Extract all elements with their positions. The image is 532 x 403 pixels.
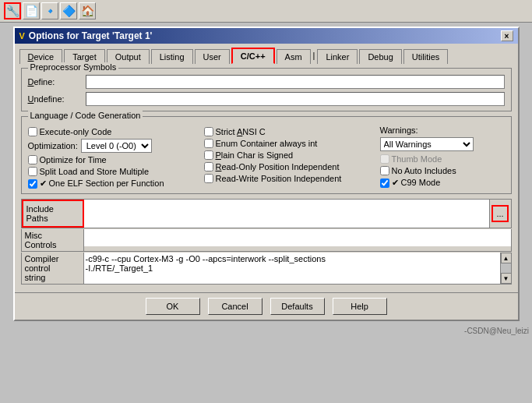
execute-only-cb[interactable] — [28, 127, 37, 136]
misc-controls-section: MiscControls — [21, 229, 512, 252]
read-only-pos-label: Read-Only Position Independent — [216, 162, 340, 171]
optimization-label: Optimization: — [28, 141, 78, 150]
plain-char-label: Plain Char is Signed — [216, 150, 294, 160]
misc-controls-label-text: MiscControls — [25, 231, 57, 249]
compiler-control-text: -c99-c --cpu Cortex-M3 -g -O0 --apcs=int… — [84, 253, 511, 284]
no-auto-includes-row: No Auto Includes — [380, 166, 505, 175]
lang-middle: Strict ANSI C Enum Container always int … — [204, 125, 374, 189]
split-load-label: Split Load and Store Multiple — [40, 167, 150, 176]
enum-container-label: Enum Container always int — [216, 139, 318, 148]
include-paths-input[interactable] — [84, 200, 489, 228]
optimization-row: Optimization: Level 0 (-O0) Level 1 (-O1… — [28, 139, 198, 153]
plain-char-cb[interactable] — [204, 150, 213, 160]
tab-utilities[interactable]: Utilities — [403, 49, 448, 64]
include-paths-label-text: IncludePaths — [26, 204, 54, 223]
warnings-select[interactable]: All Warnings No Warnings MISRA Warnings — [380, 137, 474, 151]
warnings-select-row: All Warnings No Warnings MISRA Warnings — [380, 137, 505, 151]
compiler-control-section: Compilercontrolstring -c99-c --cpu Corte… — [21, 253, 512, 285]
execute-only-row: Execute-only Code — [28, 127, 198, 136]
include-paths-label: IncludePaths — [22, 200, 84, 228]
dialog-body: Preprocessor Symbols Define: Undefine: L… — [15, 63, 518, 292]
close-button[interactable]: × — [501, 30, 513, 41]
tab-debug[interactable]: Debug — [359, 49, 401, 64]
tab-user[interactable]: User — [195, 49, 230, 64]
read-write-pos-label: Read-Write Position Independent — [216, 174, 342, 183]
undefine-input[interactable] — [86, 92, 505, 106]
dialog-title-icon: V — [19, 31, 25, 41]
watermark-text: -CSDN@Neu_leizi — [464, 327, 529, 335]
scroll-up-arrow[interactable]: ▲ — [501, 253, 511, 263]
undefine-label: Undefine: — [28, 94, 83, 104]
language-title: Language / Code Generation — [28, 111, 143, 120]
warnings-label-row: Warnings: — [380, 125, 505, 136]
strict-ansi-row: Strict ANSI C — [204, 127, 374, 136]
define-label: Define: — [28, 77, 83, 87]
toolbar-copy-btn[interactable]: 📄 — [23, 2, 40, 19]
dialog-titlebar: V Options for Target 'Target 1' × — [15, 28, 518, 44]
toolbar-run-btn[interactable]: 🔷 — [60, 2, 77, 19]
compiler-control-label: Compilercontrolstring — [22, 253, 84, 284]
compiler-scrollbar: ▲ ▼ — [500, 253, 511, 284]
split-load-cb[interactable] — [28, 167, 37, 176]
tab-asm[interactable]: Asm — [277, 49, 311, 64]
no-auto-includes-label: No Auto Includes — [392, 166, 456, 175]
toolbar-save-btn[interactable]: 🔹 — [41, 2, 58, 19]
thumb-mode-cb[interactable] — [380, 154, 389, 164]
thumb-mode-row: Thumb Mode — [380, 154, 505, 164]
warnings-section: Warnings: All Warnings No Warnings MISRA… — [380, 125, 505, 189]
enum-container-row: Enum Container always int — [204, 139, 374, 148]
preprocessor-group: Preprocessor Symbols Define: Undefine: — [21, 68, 512, 111]
ok-button[interactable]: OK — [146, 298, 200, 315]
lang-left: Execute-only Code Optimization: Level 0 … — [28, 125, 198, 189]
scroll-track[interactable] — [501, 263, 511, 273]
read-only-pos-row: Read-Only Position Independent — [204, 162, 374, 171]
one-elf-cb[interactable] — [28, 179, 37, 189]
tab-cpp[interactable]: C/C++ — [231, 48, 275, 64]
tab-separator: | — [312, 51, 316, 60]
define-input[interactable] — [86, 75, 505, 89]
include-paths-section: IncludePaths ... — [21, 199, 512, 228]
plain-char-row: Plain Char is Signed — [204, 150, 374, 160]
toolbar-build-btn[interactable]: 🔧 — [4, 2, 21, 19]
compiler-line2: -I./RTE/_Target_1 — [86, 263, 509, 273]
c99-mode-label: ✔ C99 Mode — [392, 178, 441, 188]
browse-icon[interactable]: ... — [491, 205, 509, 222]
preprocessor-title: Preprocessor Symbols — [28, 62, 119, 72]
cancel-button[interactable]: Cancel — [208, 298, 262, 315]
help-button[interactable]: Help — [333, 298, 387, 315]
dialog-title: Options for Target 'Target 1' — [29, 30, 501, 41]
misc-controls-input[interactable] — [84, 229, 511, 246]
strict-ansi-cb[interactable] — [204, 127, 213, 136]
compiler-label-text: Compilercontrolstring — [25, 254, 80, 282]
c99-mode-row: ✔ C99 Mode — [380, 178, 505, 188]
tab-listing[interactable]: Listing — [151, 49, 193, 64]
one-elf-row: ✔ One ELF Section per Function — [28, 179, 198, 189]
tab-bar: Device Target Output Listing User C/C++ … — [15, 44, 518, 63]
optimization-select[interactable]: Level 0 (-O0) Level 1 (-O1) Level 2 (-O2… — [81, 139, 152, 153]
no-auto-includes-cb[interactable] — [380, 166, 389, 175]
toolbar: 🔧 📄 🔹 🔷 🏠 — [0, 0, 532, 23]
strict-ansi-label: Strict ANSI C — [216, 127, 266, 136]
define-row: Define: — [28, 75, 505, 89]
options-dialog: V Options for Target 'Target 1' × Device… — [13, 27, 520, 321]
language-group: Language / Code Generation Execute-only … — [21, 116, 512, 194]
read-write-pos-row: Read-Write Position Independent — [204, 174, 374, 183]
optimize-time-cb[interactable] — [28, 155, 37, 164]
compiler-line1: -c99-c --cpu Cortex-M3 -g -O0 --apcs=int… — [86, 254, 509, 263]
c99-mode-cb[interactable] — [380, 179, 389, 188]
split-load-row: Split Load and Store Multiple — [28, 167, 198, 176]
enum-container-cb[interactable] — [204, 139, 213, 148]
scroll-down-arrow[interactable]: ▼ — [501, 273, 511, 284]
warnings-label: Warnings: — [380, 125, 418, 135]
toolbar-home-btn[interactable]: 🏠 — [79, 2, 96, 19]
tab-linker[interactable]: Linker — [317, 49, 358, 64]
optimize-time-label: Optimize for Time — [40, 155, 107, 164]
misc-controls-label: MiscControls — [22, 229, 84, 251]
read-write-pos-cb[interactable] — [204, 174, 213, 183]
include-paths-browse-btn[interactable]: ... — [489, 200, 511, 228]
defaults-button[interactable]: Defaults — [270, 298, 325, 315]
read-only-pos-cb[interactable] — [204, 162, 213, 171]
watermark: -CSDN@Neu_leizi — [0, 325, 532, 337]
dialog-footer: OK Cancel Defaults Help — [15, 292, 518, 320]
optimize-time-row: Optimize for Time — [28, 155, 198, 164]
